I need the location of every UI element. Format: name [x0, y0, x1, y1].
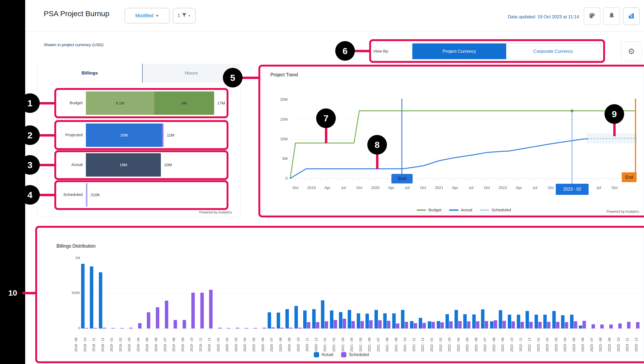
- dist-bar-scheduled[interactable]: [129, 328, 133, 328]
- dist-bar-actual[interactable]: [561, 315, 564, 328]
- notifications-button[interactable]: [603, 7, 620, 25]
- summary-bar-segment[interactable]: 10M: [86, 153, 161, 177]
- dist-bar-actual[interactable]: [419, 318, 422, 328]
- dist-bar-scheduled[interactable]: [147, 312, 150, 328]
- dist-bar-actual[interactable]: [481, 309, 484, 328]
- dist-bar-actual[interactable]: [570, 315, 574, 328]
- dist-bar-actual[interactable]: [285, 309, 289, 328]
- summary-bar-segment[interactable]: [86, 183, 87, 207]
- dist-bar-scheduled[interactable]: [369, 320, 373, 328]
- dist-bar-actual[interactable]: [526, 311, 529, 328]
- dist-bar-scheduled[interactable]: [343, 319, 346, 328]
- dist-bar-actual[interactable]: [499, 310, 502, 328]
- dist-bar-scheduled[interactable]: [565, 322, 568, 328]
- dist-bar-scheduled[interactable]: [600, 324, 604, 328]
- dist-bar-actual[interactable]: [365, 314, 369, 328]
- dist-bar-actual[interactable]: [543, 315, 547, 328]
- dist-bar-scheduled[interactable]: [174, 320, 177, 328]
- dist-bar-actual[interactable]: [357, 313, 360, 328]
- dist-bar-scheduled[interactable]: [574, 321, 577, 328]
- dist-bar-actual[interactable]: [517, 315, 520, 328]
- dist-bar-scheduled[interactable]: [360, 321, 364, 328]
- dist-bar-actual[interactable]: [330, 310, 333, 328]
- summary-bar-segment[interactable]: 9.1M: [86, 91, 154, 115]
- dist-bar-scheduled[interactable]: [547, 322, 550, 328]
- dist-bar-scheduled[interactable]: [627, 322, 630, 328]
- dist-bar-scheduled[interactable]: [502, 321, 506, 328]
- dist-bar-scheduled[interactable]: [396, 323, 399, 328]
- dist-bar-scheduled[interactable]: [351, 321, 355, 328]
- dist-bar-scheduled[interactable]: [280, 328, 284, 328]
- dist-bar-scheduled[interactable]: [316, 322, 319, 328]
- dist-bar-scheduled[interactable]: [422, 323, 426, 328]
- dist-bar-actual[interactable]: [455, 310, 458, 328]
- dist-bar-scheduled[interactable]: [431, 322, 435, 328]
- legend-item-scheduled[interactable]: Scheduled: [480, 208, 511, 212]
- dist-bar-scheduled[interactable]: [263, 328, 266, 328]
- dist-bar-actual[interactable]: [99, 272, 102, 328]
- dist-bar-scheduled[interactable]: [325, 321, 328, 328]
- dist-bar-scheduled[interactable]: [609, 324, 613, 328]
- dist-bar-actual[interactable]: [90, 266, 93, 328]
- dist-bar-scheduled[interactable]: [583, 321, 586, 328]
- dist-bar-scheduled[interactable]: [467, 321, 470, 328]
- dist-bar-scheduled[interactable]: [227, 328, 230, 329]
- dist-bar-actual[interactable]: [392, 313, 396, 328]
- dist-bar-scheduled[interactable]: [458, 321, 462, 328]
- dist-bar-scheduled[interactable]: [494, 320, 497, 328]
- dist-bar-scheduled[interactable]: [254, 328, 257, 329]
- dist-bar-actual[interactable]: [401, 310, 404, 328]
- dist-bar-scheduled[interactable]: [289, 328, 293, 328]
- dist-bar-actual[interactable]: [508, 315, 511, 328]
- modified-dropdown-button[interactable]: Modified ▼: [125, 8, 170, 23]
- dist-bar-scheduled[interactable]: [183, 320, 186, 328]
- dist-bar-actual[interactable]: [348, 310, 351, 328]
- summary-bar-segment[interactable]: [162, 124, 164, 147]
- dist-bar-scheduled[interactable]: [440, 322, 444, 328]
- dist-bar-scheduled[interactable]: [521, 322, 524, 328]
- dist-bar-actual[interactable]: [490, 321, 493, 328]
- dist-bar-actual[interactable]: [374, 310, 378, 328]
- dist-bar-scheduled[interactable]: [538, 322, 542, 328]
- palette-button[interactable]: [584, 7, 600, 25]
- dist-bar-actual[interactable]: [294, 306, 298, 328]
- dist-bar-actual[interactable]: [339, 312, 342, 328]
- dist-bar-scheduled[interactable]: [236, 328, 239, 328]
- dist-bar-actual[interactable]: [437, 321, 440, 328]
- dist-bar-scheduled[interactable]: [529, 322, 533, 328]
- dist-bar-actual[interactable]: [463, 314, 467, 328]
- legend-item-actual[interactable]: Actual: [449, 208, 472, 212]
- dist-bar-scheduled[interactable]: [476, 321, 479, 328]
- toggle-corporate-currency[interactable]: Corporate Currency: [506, 43, 600, 59]
- dist-bar-scheduled[interactable]: [209, 290, 213, 328]
- dist-bar-scheduled[interactable]: [94, 328, 97, 329]
- legend-item-budget[interactable]: Budget: [417, 208, 442, 212]
- dist-bar-actual[interactable]: [552, 311, 556, 328]
- dist-bar-scheduled[interactable]: [120, 328, 124, 329]
- filter-button[interactable]: 1 ▼: [173, 8, 196, 23]
- dist-bar-scheduled[interactable]: [85, 328, 88, 329]
- dist-bar-scheduled[interactable]: [271, 327, 275, 328]
- dist-bar-scheduled[interactable]: [334, 320, 337, 328]
- legend-item-scheduled[interactable]: Scheduled: [341, 352, 369, 357]
- dist-bar-scheduled[interactable]: [200, 293, 204, 328]
- dist-bar-actual[interactable]: [579, 326, 582, 328]
- tab-billings[interactable]: Billings: [37, 64, 142, 83]
- summary-bar-segment[interactable]: 8M: [154, 91, 214, 115]
- dist-bar-actual[interactable]: [535, 315, 538, 328]
- dist-bar-scheduled[interactable]: [191, 293, 195, 328]
- dist-bar-scheduled[interactable]: [138, 323, 142, 328]
- dist-bar-actual[interactable]: [321, 300, 324, 328]
- dist-bar-scheduled[interactable]: [414, 323, 417, 328]
- dist-bar-scheduled[interactable]: [165, 301, 168, 328]
- legend-item-actual[interactable]: Actual: [314, 352, 333, 357]
- dist-bar-actual[interactable]: [81, 264, 85, 328]
- dist-bar-scheduled[interactable]: [218, 328, 222, 328]
- summary-bar-segment[interactable]: 10M: [86, 124, 162, 147]
- dist-bar-scheduled[interactable]: [298, 328, 302, 328]
- dist-bar-actual[interactable]: [303, 310, 307, 328]
- dist-bar-scheduled[interactable]: [618, 323, 622, 328]
- dist-bar-scheduled[interactable]: [111, 328, 115, 329]
- dist-bar-scheduled[interactable]: [307, 322, 310, 328]
- dist-bar-scheduled[interactable]: [485, 321, 488, 328]
